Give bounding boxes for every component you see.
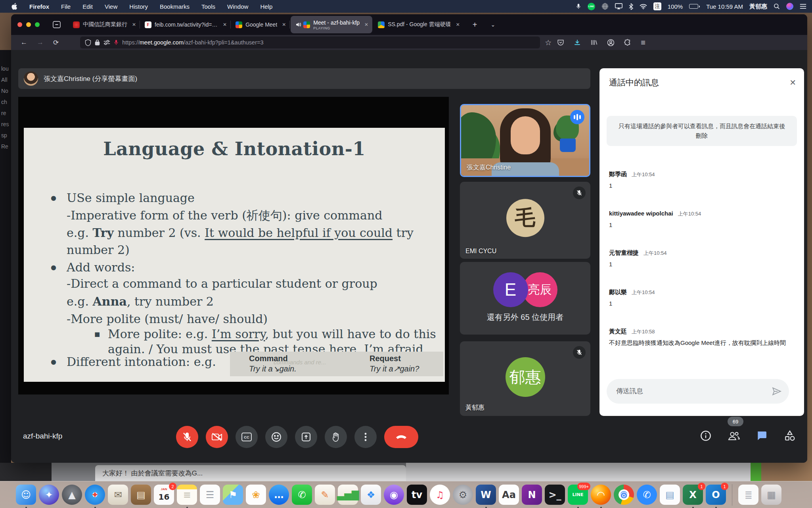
battery-icon[interactable] (689, 4, 700, 9)
raise-hand-button[interactable] (325, 426, 347, 448)
input-method-icon[interactable]: 注 (653, 2, 661, 10)
airplay-display-icon[interactable] (615, 3, 622, 10)
dock-icon-trash[interactable]: ▦ (761, 485, 781, 505)
meeting-details-icon[interactable] (700, 430, 711, 441)
url-text[interactable]: https://meet.google.com/azf-bahi-kfp?pli… (122, 39, 263, 46)
tab-drive-pdf[interactable]: SS.pdf - Google 雲端硬碟 ✕ (373, 14, 464, 35)
menubar-app-name[interactable]: Firefox (29, 3, 49, 10)
dock-icon-excel[interactable]: X1 (683, 485, 703, 505)
dock-icon-preview[interactable]: ≣ (738, 485, 758, 505)
menubar-item-edit[interactable]: Edit (82, 3, 93, 10)
menubar-item-file[interactable]: File (61, 3, 71, 10)
line-app-status-icon[interactable]: LINE (588, 3, 595, 10)
menubar-user[interactable]: 黃郁惠 (749, 3, 767, 10)
window-close-button[interactable] (17, 22, 22, 27)
tile-emi-cycu[interactable]: 毛 EMI CYCU (460, 182, 590, 259)
dock-icon-firefox[interactable]: ◠ (591, 485, 611, 505)
tile-self[interactable]: 郁惠 黃郁惠 (460, 341, 590, 416)
tab-close-icon[interactable]: ✕ (282, 22, 286, 27)
pocket-icon[interactable] (557, 39, 564, 46)
tracking-shield-icon[interactable] (85, 39, 91, 46)
camera-off-button[interactable] (206, 426, 228, 448)
spotlight-search-icon[interactable] (774, 3, 780, 10)
extensions-puzzle-icon[interactable] (624, 39, 631, 46)
dock-icon-chrome[interactable]: ◎ (614, 485, 634, 505)
hamburger-menu-icon[interactable]: ≡ (641, 38, 645, 47)
end-call-button[interactable] (384, 426, 418, 448)
menubar-item-help[interactable]: Help (260, 3, 272, 10)
tab-feib[interactable]: F feib.com.tw/activity?id=3072 ✕ (140, 14, 231, 35)
tab-close-icon[interactable]: ✕ (364, 22, 368, 27)
dock-icon-contacts[interactable]: ▤ (131, 485, 151, 505)
dock-icon-music[interactable]: ♫ (430, 485, 450, 505)
dock-icon-photos[interactable]: ❀ (246, 485, 266, 505)
back-button[interactable]: ← (21, 38, 27, 46)
dock-icon-siri[interactable]: ✦ (39, 485, 59, 505)
tile-presenter-video[interactable]: 張文嘉Christine (460, 104, 590, 177)
dock-icon-launchpad[interactable]: ▲ (62, 485, 82, 505)
dock-icon-podcasts[interactable]: ◉ (384, 485, 404, 505)
lock-icon[interactable] (95, 39, 100, 46)
dock-icon-keynote[interactable]: ❖ (361, 485, 381, 505)
tile-more-participants[interactable]: E 亮辰 還有另外 65 位使用者 (460, 262, 590, 335)
tab-close-icon[interactable]: ✕ (223, 22, 227, 27)
reload-button[interactable]: ⟳ (53, 38, 59, 47)
dock-icon-drive-doc[interactable]: ▤ (660, 485, 680, 505)
chat-toggle-icon[interactable] (756, 430, 768, 441)
dock-icon-system-preferences[interactable]: ⚙ (453, 485, 473, 505)
tab-audio-playing-icon[interactable] (295, 22, 301, 27)
dock-icon-reminders[interactable]: ☰ (200, 485, 220, 505)
new-tab-button[interactable]: + (473, 20, 477, 29)
menubar-item-history[interactable]: History (129, 3, 148, 10)
dock-icon-safari[interactable]: ✦ (85, 485, 105, 505)
more-options-button[interactable] (354, 426, 377, 448)
menubar-item-bookmarks[interactable]: Bookmarks (160, 3, 190, 10)
library-icon[interactable] (590, 39, 598, 46)
url-bar[interactable]: https://meet.google.com/azf-bahi-kfp?pli… (80, 37, 540, 48)
forward-button[interactable]: → (37, 38, 44, 46)
menubar-item-window[interactable]: Window (227, 3, 248, 10)
account-icon[interactable] (607, 39, 615, 46)
dock-icon-line[interactable]: LINE999+ (568, 485, 588, 505)
dock-icon-numbers[interactable]: ▃▅▇ (338, 485, 358, 505)
dock-icon-pages[interactable]: ✎ (315, 485, 335, 505)
dock-icon-maps[interactable]: ⚑ (223, 485, 243, 505)
mic-off-button[interactable] (176, 426, 198, 448)
permissions-icon[interactable] (103, 40, 110, 45)
apple-menu-icon[interactable] (11, 3, 17, 10)
dock-icon-word[interactable]: W (476, 485, 496, 505)
dock-icon-onenote[interactable]: N (522, 485, 542, 505)
bluetooth-icon[interactable] (629, 3, 633, 10)
menubar-clock[interactable]: Tue 10:59 AM (706, 3, 743, 10)
dock-icon-zoom[interactable]: ✆ (637, 485, 657, 505)
dock-icon-calendar[interactable]: JAN162 (154, 485, 174, 505)
menubar-item-view[interactable]: View (105, 3, 117, 10)
chat-input[interactable] (616, 387, 772, 395)
tab-ctbc-bank[interactable]: 中國信託商業銀行 ✕ (68, 14, 140, 35)
mic-permission-icon[interactable] (114, 39, 119, 46)
bookmark-star-icon[interactable]: ☆ (545, 38, 552, 47)
dock-icon-notes[interactable]: ≡ (177, 485, 197, 505)
dock-icon-outlook[interactable]: O1 (706, 485, 726, 505)
dock-icon-finder[interactable]: ☺ (16, 485, 36, 505)
window-zoom-button[interactable] (35, 22, 40, 27)
siri-icon[interactable] (786, 3, 793, 10)
menubar-item-tools[interactable]: Tools (201, 3, 215, 10)
notification-center-icon[interactable] (800, 4, 806, 9)
wifi-icon[interactable] (640, 4, 647, 10)
downloads-icon[interactable] (574, 39, 581, 46)
list-all-tabs-icon[interactable]: ⌄ (490, 21, 495, 28)
participants-icon[interactable] (728, 431, 740, 441)
dock-icon-mail[interactable]: ✉ (108, 485, 128, 505)
microphone-status-icon[interactable] (576, 3, 581, 10)
chat-close-icon[interactable]: ✕ (789, 78, 796, 87)
tab-meet-active[interactable]: Meet - azf-bahi-kfp PLAYING ✕ (291, 16, 372, 33)
dock-icon-textedit[interactable]: Aa (499, 485, 519, 505)
present-screen-button[interactable] (295, 426, 317, 448)
window-minimize-button[interactable] (26, 22, 31, 27)
dock-icon-messages[interactable]: … (269, 485, 289, 505)
dock-icon-apple-tv[interactable]: tv (407, 485, 427, 505)
chat-input-container[interactable] (607, 379, 789, 404)
captions-button[interactable]: CC (236, 426, 258, 448)
globe-status-icon[interactable] (601, 3, 609, 10)
